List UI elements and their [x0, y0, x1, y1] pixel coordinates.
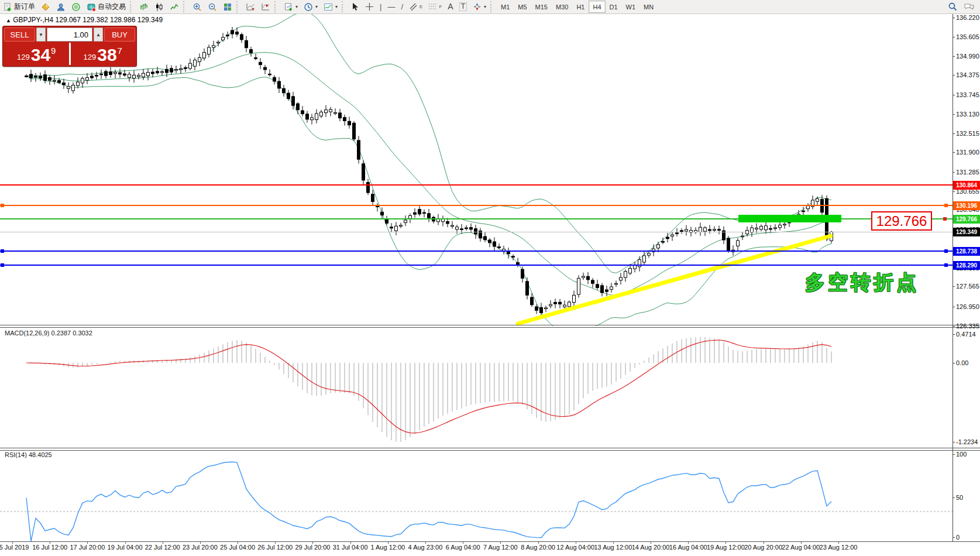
support-highlight-zone[interactable] — [738, 215, 841, 222]
candle-body — [86, 78, 89, 81]
arrows-tool-button[interactable]: ▾ — [470, 0, 489, 13]
candle-body — [137, 75, 140, 77]
market-watch-button[interactable] — [53, 0, 68, 13]
line-handle[interactable] — [943, 217, 947, 221]
line-handle[interactable] — [944, 204, 948, 207]
timeframe-button-m1[interactable]: M1 — [497, 1, 514, 13]
candle-body — [334, 112, 337, 114]
buy-quote[interactable]: 129 38 7 — [71, 43, 136, 65]
main-toolbar: 新订单 自动交易 — [0, 0, 980, 14]
turning-point-annotation[interactable]: 多空转折点 — [805, 269, 919, 296]
timeframe-button-m5[interactable]: M5 — [514, 1, 531, 13]
timeframe-button-d1[interactable]: D1 — [606, 1, 622, 13]
time-axis-label: 16 Jul 12:00 — [32, 544, 67, 551]
time-axis-label: 23 Aug 12:00 — [820, 544, 858, 551]
data-window-button[interactable] — [68, 0, 84, 13]
line-handle[interactable] — [1, 249, 4, 253]
indicators-icon — [324, 2, 333, 12]
timeframe-button-m30[interactable]: M30 — [552, 1, 572, 13]
candle-body — [264, 67, 267, 70]
channel-tool-button[interactable]: E — [406, 0, 425, 13]
sell-quote[interactable]: 129 34 9 — [4, 43, 69, 65]
line-chart-button[interactable] — [167, 0, 182, 13]
new-order-button[interactable]: 新订单 — [0, 0, 38, 13]
timeframe-button-mn[interactable]: MN — [639, 1, 658, 13]
chart-area[interactable]: ▲ GBPJPY-,H4 129.067 129.382 128.986 129… — [0, 14, 980, 556]
axis-tick-label: 0 — [956, 534, 960, 541]
time-axis-label: 22 Jul 12:00 — [145, 544, 180, 551]
search-button[interactable] — [945, 0, 961, 13]
horizontal-line-icon: — — [387, 3, 395, 11]
candle-body — [559, 302, 562, 304]
new-order-label: 新订单 — [14, 2, 35, 12]
line-handle[interactable] — [1, 263, 4, 267]
level-line-130.196[interactable] — [0, 205, 953, 206]
level-line-128.738[interactable] — [0, 250, 953, 252]
symbol-info-bar[interactable]: ▲ GBPJPY-,H4 129.067 129.382 128.986 129… — [6, 16, 163, 24]
trendline-tool-button[interactable]: / — [398, 0, 406, 13]
candle-body — [381, 212, 384, 215]
ohlc-high: 129.382 — [82, 16, 108, 24]
candle-body — [554, 303, 557, 304]
candle-body — [676, 233, 679, 234]
candle-body — [802, 211, 805, 212]
yellow-trendline[interactable] — [518, 236, 831, 324]
crosshair-tool-button[interactable] — [362, 0, 377, 13]
text-tool-button[interactable]: A — [445, 0, 456, 13]
chart-shift-button[interactable] — [258, 0, 273, 13]
candle-body — [53, 80, 56, 81]
candle-body — [278, 81, 281, 88]
collapse-arrow-icon[interactable]: ▲ — [6, 18, 11, 23]
macd-signal-value: 0.3032 — [73, 330, 92, 337]
volume-increment-button[interactable]: ▲ — [94, 28, 103, 42]
buy-price-big-figure: 129 — [84, 53, 97, 61]
fibonacci-tool-button[interactable]: F — [425, 0, 445, 13]
candle-body — [372, 194, 374, 202]
auto-trading-button[interactable]: 自动交易 — [84, 0, 129, 13]
candle-body — [255, 58, 257, 59]
cursor-tool-button[interactable] — [348, 0, 362, 13]
rsi-panel-separator[interactable] — [0, 448, 980, 451]
candle-body — [671, 235, 674, 236]
buy-button[interactable]: BUY — [104, 28, 135, 42]
rsi-line — [26, 462, 831, 541]
timeframe-button-w1[interactable]: W1 — [622, 1, 640, 13]
volume-input[interactable]: 1.00 — [47, 28, 92, 42]
candle-body — [563, 305, 566, 307]
line-handle[interactable] — [1, 204, 4, 207]
periods-button[interactable]: ▾ — [301, 0, 321, 13]
timeframe-button-h4[interactable]: H4 — [589, 1, 605, 13]
line-handle[interactable] — [944, 249, 948, 253]
volume-decrement-button[interactable]: ▼ — [36, 28, 46, 42]
candlestick-chart-button[interactable] — [152, 0, 167, 13]
styles-button[interactable] — [38, 0, 53, 13]
candle-body — [648, 253, 651, 255]
line-handle[interactable] — [944, 263, 948, 267]
candle-body — [128, 74, 131, 78]
candle-body — [170, 68, 173, 72]
horizontal-line-tool-button[interactable]: — — [384, 0, 398, 13]
new-chart-button[interactable]: ▾ — [281, 0, 301, 13]
timeframe-button-m15[interactable]: M15 — [531, 1, 552, 13]
bar-chart-button[interactable] — [136, 0, 152, 13]
zoom-out-button[interactable] — [205, 0, 220, 13]
auto-scroll-button[interactable] — [243, 0, 258, 13]
candle-body — [629, 269, 632, 273]
time-axis-label: 23 Jul 20:00 — [183, 544, 218, 551]
vertical-line-tool-button[interactable]: | — [377, 0, 384, 13]
zoom-in-button[interactable] — [190, 0, 205, 13]
candle-body — [166, 69, 169, 73]
timeframe-button-h1[interactable]: H1 — [572, 1, 589, 13]
tile-windows-button[interactable] — [220, 0, 235, 13]
candle-body — [596, 284, 599, 288]
price-callout-box[interactable]: 129.766 — [871, 211, 932, 231]
level-line-128.290[interactable] — [0, 265, 953, 266]
community-chat-button[interactable] — [961, 0, 978, 13]
sell-button[interactable]: SELL — [4, 28, 35, 42]
indicators-button[interactable]: ▾ — [321, 0, 341, 13]
level-line-129.349[interactable] — [0, 232, 953, 232]
axis-tick — [953, 442, 955, 442]
text-label-tool-button[interactable]: T — [456, 0, 470, 13]
level-line-130.864[interactable] — [0, 184, 953, 186]
macd-panel-separator[interactable] — [0, 325, 980, 328]
